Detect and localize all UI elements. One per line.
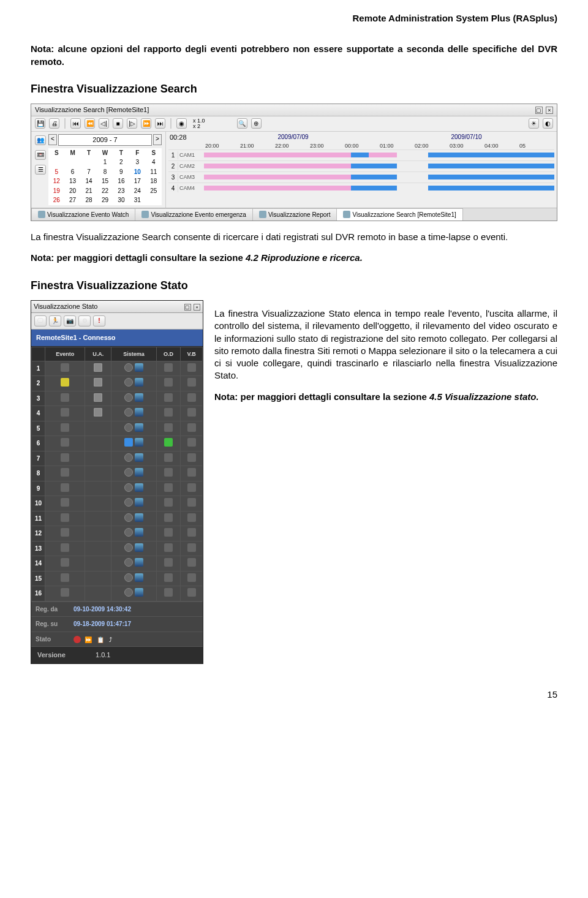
date-field[interactable]: 2009 - 7 [58,134,152,146]
stato-titlebar: Visualizzazione Stato ▢ × [31,301,203,313]
camera-icon[interactable]: 📷 [64,315,76,326]
object-icon [164,408,173,417]
monitor-icon [135,588,143,597]
tab-report-icon [259,211,266,218]
rec-icon [124,483,133,492]
rec-icon [124,378,133,387]
zoom-fit-icon[interactable]: ⊕ [251,118,262,129]
reg-su-value: 09-18-2009 01:47:17 [74,620,131,628]
first-icon[interactable]: ⏮ [70,118,81,129]
monitor-icon [135,528,143,537]
monitor-icon [135,513,143,522]
table-row[interactable]: 15 [32,571,203,586]
event-icon [61,363,69,372]
pin-icon[interactable]: ▢ [535,107,543,114]
alert-icon[interactable]: ! [93,315,105,326]
brightness-icon[interactable]: ☀ [529,118,539,129]
monitor-icon [135,438,143,447]
rec-icon [124,558,133,567]
close-icon[interactable]: × [546,107,553,114]
table-row[interactable]: 14 [32,556,203,572]
object-icon [164,498,173,507]
object-icon [164,378,173,387]
event-icon [61,588,69,597]
monitor-icon [135,378,143,387]
table-row[interactable]: 13 [32,541,203,556]
event-icon [61,558,69,567]
prev-month-btn[interactable]: < [48,134,57,145]
rec-icon [124,498,133,507]
vb-icon [187,363,196,372]
stop-icon[interactable]: ■ [113,118,123,129]
table-row[interactable]: 11 [32,511,203,526]
step-fwd-icon[interactable]: |▷ [127,118,137,129]
timeline-pane: 00:28 2009/07/09 2009/07/10 20:0021:0022… [166,132,557,208]
vb-icon [187,468,196,477]
timeline-rows[interactable]: 1CAM1 2CAM2 3CAM3 4CAM4 [168,149,554,194]
export-icon[interactable]: ⤴ [109,636,118,643]
adjust-icon[interactable]: ◐ [543,118,553,129]
motion-icon[interactable]: 🏃 [49,315,61,326]
rewind-icon[interactable]: ⏪ [85,118,95,129]
table-row[interactable]: 6 [32,436,203,451]
play-ff-icon[interactable]: ⏩ [85,636,93,643]
table-row[interactable]: 2 [32,376,203,391]
search-title-text: Visualizzazione Search [RemoteSite1] [35,105,149,115]
mode-clip-icon[interactable]: 📼 [35,150,46,160]
vb-icon [187,393,196,402]
vb-icon [187,528,196,537]
tab-report[interactable]: Visualizzazione Report [252,208,337,221]
jog-icon[interactable]: ◉ [176,118,187,129]
note-ref-search: Nota: per maggiori dettagli consultare l… [31,252,557,264]
monitor-icon[interactable]: 🖵 [34,315,47,326]
alarm-out-icon [94,408,102,417]
table-row[interactable]: 9 [32,481,203,496]
tab-watch[interactable]: Visualizzazione Evento Watch [31,208,135,221]
table-row[interactable]: 16 [32,586,203,602]
table-row[interactable]: 12 [32,526,203,541]
table-row[interactable]: 7 [32,451,203,466]
zoom-in-icon[interactable]: 🔍 [237,118,247,129]
rec-icon [124,468,133,477]
rec-icon [124,363,133,372]
vb-icon [187,378,196,387]
object-icon [164,483,173,492]
calendar-dow-row: SMTWTFS [48,148,162,158]
print-icon[interactable]: 🖨 [49,118,59,129]
mode-event-icon[interactable]: 👥 [35,135,46,145]
table-row[interactable]: 3 [32,391,203,406]
tab-emergency[interactable]: Visualizzazione Evento emergenza [135,208,252,221]
event-icon [61,513,69,522]
monitor-icon [135,408,143,417]
close-icon[interactable]: × [194,304,200,311]
last-icon[interactable]: ⏭ [155,118,165,129]
window-controls: ▢ × [534,105,553,115]
clip-icon[interactable]: 📋 [97,636,105,643]
note-support: Nota: alcune opzioni del rapporto degli … [31,43,557,68]
forward-icon[interactable]: ⏩ [141,118,151,129]
table-row[interactable]: 8 [32,466,203,481]
table-row[interactable]: 10 [32,496,203,511]
save-icon[interactable]: 💾 [35,118,45,129]
table-row[interactable]: 1 [32,361,203,376]
next-month-btn[interactable]: > [153,134,162,145]
rec-icon [124,588,133,597]
mode-list-icon[interactable]: ☰ [35,165,46,175]
vb-icon [187,588,196,597]
step-back-icon[interactable]: ◁| [99,118,109,129]
alarm-out-icon [94,363,102,372]
monitor-icon [135,453,143,462]
vb-icon [187,423,196,432]
tab-search[interactable]: Visualizzazione Search [RemoteSite1] [336,208,462,221]
calendar[interactable]: SMTWTFS 1234 567891011 12131415161718 19… [48,148,162,205]
table-row[interactable]: 5 [32,421,203,436]
search-titlebar: Visualizzazione Search [RemoteSite1] ▢ × [31,104,557,116]
search-panel: Visualizzazione Search [RemoteSite1] ▢ ×… [31,104,557,221]
object-icon [164,528,173,537]
settings-icon[interactable]: ⚙ [78,315,91,326]
monitor-icon [135,393,143,402]
pin-icon[interactable]: ▢ [184,304,191,311]
monitor-icon [135,558,143,567]
table-row[interactable]: 4 [32,406,203,421]
rec-icon [124,408,133,417]
